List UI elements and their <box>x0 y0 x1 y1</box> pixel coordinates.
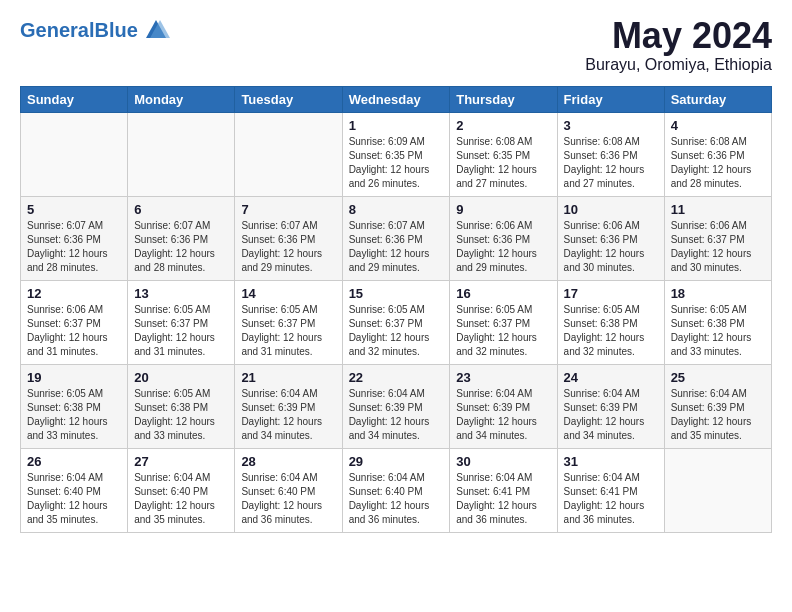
calendar-cell: 25Sunrise: 6:04 AM Sunset: 6:39 PM Dayli… <box>664 364 771 448</box>
header: GeneralBlue May 2024 Burayu, Oromiya, Et… <box>20 16 772 74</box>
day-number: 30 <box>456 454 550 469</box>
logo-blue: Blue <box>94 19 137 41</box>
day-number: 19 <box>27 370 121 385</box>
day-number: 2 <box>456 118 550 133</box>
calendar-cell: 31Sunrise: 6:04 AM Sunset: 6:41 PM Dayli… <box>557 448 664 532</box>
day-number: 5 <box>27 202 121 217</box>
calendar-cell: 26Sunrise: 6:04 AM Sunset: 6:40 PM Dayli… <box>21 448 128 532</box>
calendar-cell: 29Sunrise: 6:04 AM Sunset: 6:40 PM Dayli… <box>342 448 450 532</box>
calendar-week-row: 12Sunrise: 6:06 AM Sunset: 6:37 PM Dayli… <box>21 280 772 364</box>
day-info: Sunrise: 6:07 AM Sunset: 6:36 PM Dayligh… <box>134 219 228 275</box>
day-number: 27 <box>134 454 228 469</box>
day-number: 26 <box>27 454 121 469</box>
day-info: Sunrise: 6:09 AM Sunset: 6:35 PM Dayligh… <box>349 135 444 191</box>
page-container: GeneralBlue May 2024 Burayu, Oromiya, Et… <box>0 0 792 549</box>
day-number: 1 <box>349 118 444 133</box>
day-number: 21 <box>241 370 335 385</box>
day-info: Sunrise: 6:07 AM Sunset: 6:36 PM Dayligh… <box>241 219 335 275</box>
calendar-cell: 16Sunrise: 6:05 AM Sunset: 6:37 PM Dayli… <box>450 280 557 364</box>
calendar-cell <box>21 112 128 196</box>
day-info: Sunrise: 6:04 AM Sunset: 6:40 PM Dayligh… <box>241 471 335 527</box>
day-number: 28 <box>241 454 335 469</box>
calendar-cell: 14Sunrise: 6:05 AM Sunset: 6:37 PM Dayli… <box>235 280 342 364</box>
day-number: 9 <box>456 202 550 217</box>
day-number: 31 <box>564 454 658 469</box>
calendar-cell <box>235 112 342 196</box>
day-number: 12 <box>27 286 121 301</box>
day-info: Sunrise: 6:04 AM Sunset: 6:39 PM Dayligh… <box>456 387 550 443</box>
day-info: Sunrise: 6:06 AM Sunset: 6:36 PM Dayligh… <box>564 219 658 275</box>
day-info: Sunrise: 6:06 AM Sunset: 6:36 PM Dayligh… <box>456 219 550 275</box>
day-number: 25 <box>671 370 765 385</box>
calendar-cell: 9Sunrise: 6:06 AM Sunset: 6:36 PM Daylig… <box>450 196 557 280</box>
calendar-cell: 13Sunrise: 6:05 AM Sunset: 6:37 PM Dayli… <box>128 280 235 364</box>
header-saturday: Saturday <box>664 86 771 112</box>
calendar-cell: 23Sunrise: 6:04 AM Sunset: 6:39 PM Dayli… <box>450 364 557 448</box>
day-info: Sunrise: 6:08 AM Sunset: 6:36 PM Dayligh… <box>564 135 658 191</box>
day-info: Sunrise: 6:08 AM Sunset: 6:36 PM Dayligh… <box>671 135 765 191</box>
calendar-cell: 18Sunrise: 6:05 AM Sunset: 6:38 PM Dayli… <box>664 280 771 364</box>
calendar-cell: 20Sunrise: 6:05 AM Sunset: 6:38 PM Dayli… <box>128 364 235 448</box>
logo: GeneralBlue <box>20 16 170 44</box>
calendar-cell <box>128 112 235 196</box>
day-number: 23 <box>456 370 550 385</box>
calendar-cell: 5Sunrise: 6:07 AM Sunset: 6:36 PM Daylig… <box>21 196 128 280</box>
day-number: 8 <box>349 202 444 217</box>
day-info: Sunrise: 6:04 AM Sunset: 6:40 PM Dayligh… <box>27 471 121 527</box>
day-info: Sunrise: 6:04 AM Sunset: 6:39 PM Dayligh… <box>671 387 765 443</box>
calendar-cell: 21Sunrise: 6:04 AM Sunset: 6:39 PM Dayli… <box>235 364 342 448</box>
page-title: May 2024 <box>585 16 772 56</box>
day-number: 4 <box>671 118 765 133</box>
day-number: 10 <box>564 202 658 217</box>
day-info: Sunrise: 6:07 AM Sunset: 6:36 PM Dayligh… <box>349 219 444 275</box>
day-info: Sunrise: 6:04 AM Sunset: 6:40 PM Dayligh… <box>134 471 228 527</box>
calendar-week-row: 19Sunrise: 6:05 AM Sunset: 6:38 PM Dayli… <box>21 364 772 448</box>
day-number: 17 <box>564 286 658 301</box>
calendar-cell: 1Sunrise: 6:09 AM Sunset: 6:35 PM Daylig… <box>342 112 450 196</box>
day-info: Sunrise: 6:05 AM Sunset: 6:37 PM Dayligh… <box>134 303 228 359</box>
calendar-cell: 4Sunrise: 6:08 AM Sunset: 6:36 PM Daylig… <box>664 112 771 196</box>
day-number: 3 <box>564 118 658 133</box>
title-block: May 2024 Burayu, Oromiya, Ethiopia <box>585 16 772 74</box>
calendar-table: Sunday Monday Tuesday Wednesday Thursday… <box>20 86 772 533</box>
calendar-cell: 28Sunrise: 6:04 AM Sunset: 6:40 PM Dayli… <box>235 448 342 532</box>
calendar-cell: 19Sunrise: 6:05 AM Sunset: 6:38 PM Dayli… <box>21 364 128 448</box>
calendar-cell: 7Sunrise: 6:07 AM Sunset: 6:36 PM Daylig… <box>235 196 342 280</box>
day-info: Sunrise: 6:05 AM Sunset: 6:38 PM Dayligh… <box>564 303 658 359</box>
calendar-cell: 27Sunrise: 6:04 AM Sunset: 6:40 PM Dayli… <box>128 448 235 532</box>
calendar-cell: 2Sunrise: 6:08 AM Sunset: 6:35 PM Daylig… <box>450 112 557 196</box>
calendar-cell: 6Sunrise: 6:07 AM Sunset: 6:36 PM Daylig… <box>128 196 235 280</box>
calendar-cell: 8Sunrise: 6:07 AM Sunset: 6:36 PM Daylig… <box>342 196 450 280</box>
day-info: Sunrise: 6:05 AM Sunset: 6:37 PM Dayligh… <box>349 303 444 359</box>
day-info: Sunrise: 6:05 AM Sunset: 6:37 PM Dayligh… <box>241 303 335 359</box>
calendar-cell: 10Sunrise: 6:06 AM Sunset: 6:36 PM Dayli… <box>557 196 664 280</box>
day-number: 13 <box>134 286 228 301</box>
day-number: 20 <box>134 370 228 385</box>
day-info: Sunrise: 6:04 AM Sunset: 6:41 PM Dayligh… <box>456 471 550 527</box>
header-tuesday: Tuesday <box>235 86 342 112</box>
day-info: Sunrise: 6:05 AM Sunset: 6:37 PM Dayligh… <box>456 303 550 359</box>
calendar-week-row: 1Sunrise: 6:09 AM Sunset: 6:35 PM Daylig… <box>21 112 772 196</box>
day-info: Sunrise: 6:04 AM Sunset: 6:40 PM Dayligh… <box>349 471 444 527</box>
calendar-header-row: Sunday Monday Tuesday Wednesday Thursday… <box>21 86 772 112</box>
calendar-cell: 24Sunrise: 6:04 AM Sunset: 6:39 PM Dayli… <box>557 364 664 448</box>
day-number: 18 <box>671 286 765 301</box>
day-info: Sunrise: 6:05 AM Sunset: 6:38 PM Dayligh… <box>671 303 765 359</box>
header-sunday: Sunday <box>21 86 128 112</box>
day-number: 6 <box>134 202 228 217</box>
logo-general: General <box>20 19 94 41</box>
day-info: Sunrise: 6:05 AM Sunset: 6:38 PM Dayligh… <box>134 387 228 443</box>
day-info: Sunrise: 6:06 AM Sunset: 6:37 PM Dayligh… <box>27 303 121 359</box>
day-info: Sunrise: 6:08 AM Sunset: 6:35 PM Dayligh… <box>456 135 550 191</box>
calendar-cell: 22Sunrise: 6:04 AM Sunset: 6:39 PM Dayli… <box>342 364 450 448</box>
day-info: Sunrise: 6:04 AM Sunset: 6:41 PM Dayligh… <box>564 471 658 527</box>
day-number: 16 <box>456 286 550 301</box>
page-subtitle: Burayu, Oromiya, Ethiopia <box>585 56 772 74</box>
day-info: Sunrise: 6:04 AM Sunset: 6:39 PM Dayligh… <box>564 387 658 443</box>
calendar-cell: 30Sunrise: 6:04 AM Sunset: 6:41 PM Dayli… <box>450 448 557 532</box>
day-info: Sunrise: 6:05 AM Sunset: 6:38 PM Dayligh… <box>27 387 121 443</box>
header-monday: Monday <box>128 86 235 112</box>
header-thursday: Thursday <box>450 86 557 112</box>
day-number: 22 <box>349 370 444 385</box>
calendar-cell: 12Sunrise: 6:06 AM Sunset: 6:37 PM Dayli… <box>21 280 128 364</box>
